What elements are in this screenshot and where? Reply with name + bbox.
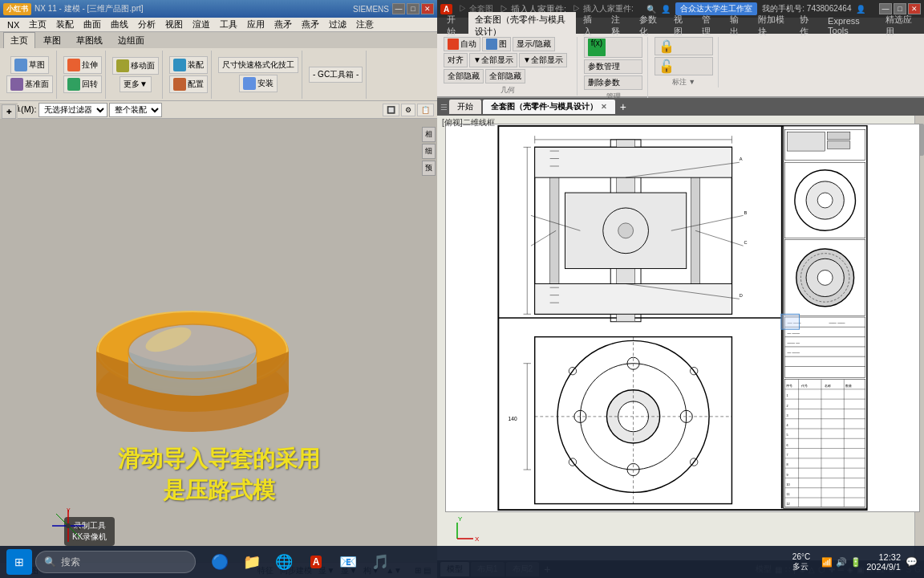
- explorer-icon: 📁: [243, 553, 261, 571]
- acad-tab-insert[interactable]: 插入: [577, 12, 604, 39]
- acad-btn-showmore[interactable]: ▼全部显示: [469, 53, 517, 67]
- acad-btn-annotate[interactable]: f(x): [584, 37, 642, 58]
- menu-filter[interactable]: 过滤: [325, 18, 351, 31]
- ribbon-btn-install[interactable]: 安装: [239, 75, 278, 92]
- ribbon-tab-assemble[interactable]: 草图线: [69, 32, 110, 48]
- menu-nx[interactable]: NX: [3, 19, 23, 31]
- view-btn-detail[interactable]: 细: [422, 144, 436, 159]
- view-btn-perspective[interactable]: 相: [422, 127, 436, 142]
- svg-text:序号: 序号: [786, 384, 792, 388]
- taskbar-app-music[interactable]: 🎵: [366, 547, 395, 576]
- svg-text:X: X: [475, 535, 480, 543]
- acad-tab-output[interactable]: 输出: [723, 12, 751, 39]
- ribbon-tab-home[interactable]: 主页: [3, 32, 35, 48]
- menu-assembly[interactable]: 装配: [52, 18, 78, 31]
- sidebar-icon-1[interactable]: ✚: [2, 104, 16, 119]
- acad-user-avatar[interactable]: 👤: [856, 5, 865, 14]
- acad-btn-hideall[interactable]: 全部隐藏: [444, 69, 484, 83]
- acad-tab-view[interactable]: 视图: [667, 12, 695, 39]
- acad-tab-start[interactable]: 开始: [440, 12, 468, 39]
- toolbar-btn-1[interactable]: 🔲: [383, 104, 399, 116]
- acad-tab-annotate[interactable]: 注释: [605, 12, 632, 39]
- technical-drawing: A B C D: [446, 124, 919, 511]
- start-button[interactable]: ⊞: [6, 549, 32, 575]
- menu-surface[interactable]: 曲面: [79, 18, 105, 31]
- acad-btn-auto[interactable]: 自动: [444, 37, 480, 51]
- acad-btn-show[interactable]: 显示/隐藏: [513, 37, 555, 51]
- ribbon-btn-assemble[interactable]: 装配: [169, 56, 208, 74]
- ribbon-btn-more[interactable]: 更多▼: [120, 76, 152, 92]
- menu-analysis[interactable]: 分析: [134, 18, 160, 31]
- ribbon-btn-revolve[interactable]: 回转: [63, 75, 102, 93]
- acad-tab-collab[interactable]: 协作: [793, 12, 821, 39]
- acad-viewport[interactable]: [俯视]二维线框 北 西 上 东: [437, 116, 924, 560]
- ribbon-btn-gc[interactable]: - GC工具箱 -: [309, 67, 363, 83]
- svg-text:8: 8: [786, 463, 788, 466]
- taskbar-app-nx[interactable]: 🔵: [205, 547, 234, 576]
- assembly-select[interactable]: 整个装配: [109, 103, 162, 117]
- minimize-button[interactable]: —: [392, 3, 405, 14]
- search-icon: 🔍: [44, 556, 56, 568]
- menu-app[interactable]: 应用: [243, 18, 269, 31]
- acad-btn-align[interactable]: 对齐: [444, 53, 468, 67]
- ribbon-btn-extrude[interactable]: 拉伸: [63, 56, 102, 74]
- ribbon-btn-format[interactable]: 尺寸快速格式化技工: [218, 57, 298, 73]
- view-btn-preview[interactable]: 预: [422, 161, 436, 176]
- menu-curve[interactable]: 曲线: [107, 18, 132, 31]
- menu-view[interactable]: 视图: [161, 18, 187, 31]
- acad-doc-close[interactable]: ✕: [601, 103, 607, 111]
- menu-render[interactable]: 渲道: [188, 18, 214, 31]
- taskbar-clock[interactable]: 12:32 2024/9/1: [866, 552, 901, 572]
- menu-cam1[interactable]: 燕矛: [270, 18, 296, 31]
- acad-tab-manage[interactable]: 管理: [695, 12, 723, 39]
- sys-icon-battery[interactable]: 🔋: [850, 557, 861, 568]
- ribbon-btn-sketch[interactable]: 草图: [10, 56, 49, 74]
- acad-tab-param[interactable]: 参数化: [633, 12, 667, 39]
- sys-icon-sound[interactable]: 🔊: [836, 557, 847, 568]
- nx-ribbon-tabs: 主页 草图 草图线 边组面: [0, 32, 437, 48]
- svg-text:名称: 名称: [825, 384, 831, 388]
- ribbon-btn-move[interactable]: 移动面: [112, 57, 159, 75]
- toolbar-btn-2[interactable]: ⚙: [401, 104, 415, 116]
- acad-tab-start-tab[interactable]: 开始: [449, 100, 481, 114]
- ribbon-tab-more[interactable]: 边组面: [111, 32, 152, 48]
- taskbar-app-explorer[interactable]: 📁: [237, 547, 266, 576]
- acad-tab-add[interactable]: +: [617, 100, 630, 113]
- subtitle-overlay: 滑动导入导套的采用 是压路式模: [0, 443, 437, 506]
- acad-btn-unlock[interactable]: 🔓: [654, 57, 713, 75]
- acad-btn-param-mgr[interactable]: 参数管理: [584, 59, 642, 74]
- filter-select[interactable]: 无选择过滤器: [38, 103, 107, 117]
- acad-btn-lock[interactable]: 🔒: [654, 37, 713, 55]
- svg-text:—— ——: —— ——: [829, 322, 845, 326]
- notification-center[interactable]: 💬: [906, 556, 918, 568]
- acad-btn-showmore2[interactable]: ▼全部显示: [519, 53, 567, 67]
- acad-tab-main-doc[interactable]: 全套图（壳零件·与模具设计） ✕: [483, 100, 615, 114]
- toolbar-btn-3[interactable]: 📋: [417, 104, 434, 116]
- clock-time: 12:32: [866, 552, 901, 562]
- acad-btn-hideall2[interactable]: 全部隐藏: [485, 69, 525, 83]
- maximize-button[interactable]: □: [407, 3, 419, 14]
- menu-cam2[interactable]: 燕矛: [298, 18, 323, 31]
- ribbon-btn-size[interactable]: 配置: [169, 75, 208, 93]
- taskbar-app-mail[interactable]: 📧: [334, 547, 363, 576]
- menu-note[interactable]: 注意: [352, 18, 378, 31]
- nx-3d-viewport[interactable]: 滑动导入导套的采用 是压路式模 相 细 预 录制工具 KK录像机 Y X: [0, 119, 437, 562]
- acad-btn-delete-param[interactable]: 删除参数: [584, 75, 642, 90]
- taskbar-app-chrome[interactable]: 🌐: [270, 547, 298, 576]
- acad-tab-express[interactable]: Express Tools: [821, 14, 878, 37]
- sys-icon-network[interactable]: 📶: [821, 557, 833, 568]
- acad-tab-featured[interactable]: 精选应用: [879, 12, 921, 39]
- ribbon-tab-view[interactable]: 草图: [36, 32, 68, 48]
- close-button[interactable]: ✕: [421, 3, 434, 14]
- svg-text:5: 5: [786, 434, 788, 437]
- acad-btn-draw[interactable]: 图: [482, 37, 511, 51]
- menu-tools[interactable]: 工具: [216, 18, 241, 31]
- acad-nav-button[interactable]: ☰: [440, 103, 448, 112]
- taskbar-search[interactable]: 🔍 搜索: [35, 551, 196, 573]
- svg-text:1: 1: [786, 394, 788, 397]
- acad-tab-main[interactable]: 全套图（壳零件·与模具设计）: [468, 12, 576, 39]
- ribbon-btn-datum[interactable]: 基准面: [6, 75, 53, 93]
- taskbar-app-acad[interactable]: A: [302, 547, 330, 576]
- acad-tab-addons[interactable]: 附加模块: [752, 12, 793, 39]
- menu-home[interactable]: 主页: [25, 18, 51, 31]
